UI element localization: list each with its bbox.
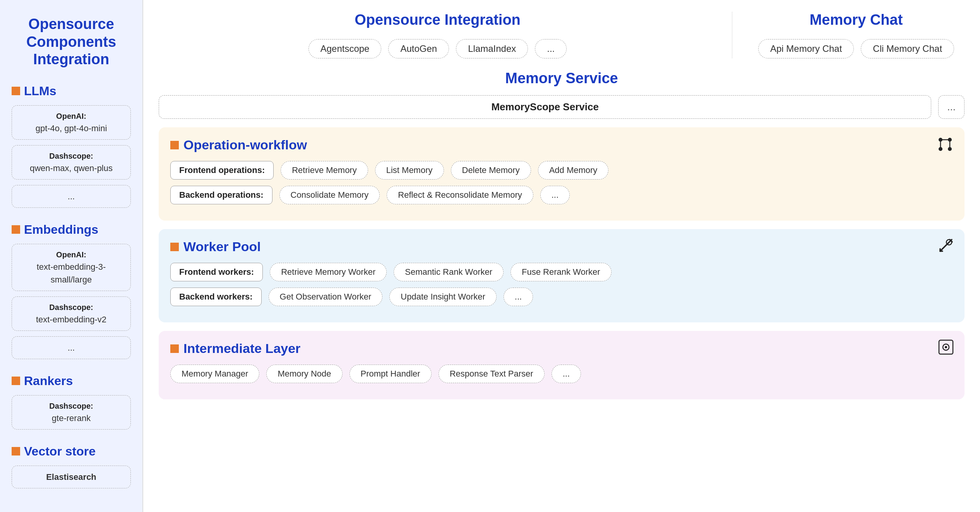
embeddings-heading: Embeddings <box>12 223 131 237</box>
rankers-section: Rankers Dashscope: gte-rerank <box>12 374 131 430</box>
memory-service-title: Memory Service <box>159 70 965 87</box>
emb-more-box: ... <box>12 336 131 359</box>
pill-api-memory-chat[interactable]: Api Memory Chat <box>758 39 854 58</box>
intermediate-items-row: Memory Manager Memory Node Prompt Handle… <box>170 365 953 383</box>
frontend-workers-row: Frontend workers: Retrieve Memory Worker… <box>170 263 953 281</box>
pill-add-memory[interactable]: Add Memory <box>538 161 609 180</box>
memoryscope-more-btn[interactable]: ... <box>938 95 965 119</box>
worker-pool-icon <box>170 243 179 251</box>
frontend-ops-label: Frontend operations: <box>170 161 274 180</box>
memory-chat-pills-row: Api Memory Chat Cli Memory Chat <box>748 39 965 58</box>
pill-get-observation-worker[interactable]: Get Observation Worker <box>269 288 383 306</box>
worker-pool-wrench-icon[interactable] <box>938 238 954 257</box>
backend-ops-label: Backend operations: <box>170 186 272 204</box>
backend-ops-row: Backend operations: Consolidate Memory R… <box>170 186 953 204</box>
pill-backend-more[interactable]: ... <box>540 186 570 204</box>
pill-memory-manager[interactable]: Memory Manager <box>170 365 259 383</box>
llm-more-box: ... <box>12 185 131 208</box>
intermediate-layer-target-icon[interactable] <box>938 339 954 358</box>
llms-section: LLMs OpenAI: gpt-4o, gpt-4o-mini Dashsco… <box>12 84 131 208</box>
opensource-integration: Opensource Integration Agentscope AutoGe… <box>159 12 732 58</box>
ranker-dashscope-box: Dashscope: gte-rerank <box>12 395 131 430</box>
intermediate-layer-icon <box>170 344 179 353</box>
workflow-nodes-icon[interactable] <box>937 136 954 156</box>
operation-workflow-section: Operation-workflow Frontend operations: … <box>159 127 965 221</box>
pill-response-text-parser[interactable]: Response Text Parser <box>439 365 545 383</box>
opensource-pills-row: Agentscope AutoGen LlamaIndex ... <box>159 39 716 58</box>
emb-openai-box: OpenAI: text-embedding-3-small/large <box>12 244 131 291</box>
pill-agentscope[interactable]: Agentscope <box>308 39 382 58</box>
memoryscope-service-row: MemoryScope Service ... <box>159 95 965 119</box>
rankers-icon <box>12 377 20 385</box>
llm-openai-box: OpenAI: gpt-4o, gpt-4o-mini <box>12 105 131 140</box>
vector-store-section: Vector store Elastisearch <box>12 444 131 488</box>
emb-dashscope-box: Dashscope: text-embedding-v2 <box>12 296 131 331</box>
vector-store-box: Elastisearch <box>12 466 131 488</box>
opensource-integration-title: Opensource Integration <box>159 12 716 28</box>
pill-memory-node[interactable]: Memory Node <box>266 365 342 383</box>
frontend-workers-label: Frontend workers: <box>170 263 263 281</box>
memory-chat-title: Memory Chat <box>748 12 965 28</box>
top-row: Opensource Integration Agentscope AutoGe… <box>159 12 965 58</box>
pill-prompt-handler[interactable]: Prompt Handler <box>350 365 432 383</box>
pill-delete-memory[interactable]: Delete Memory <box>451 161 531 180</box>
pill-reflect-reconsolidate[interactable]: Reflect & Reconsolidate Memory <box>387 186 533 204</box>
pill-intermediate-more[interactable]: ... <box>552 365 581 383</box>
worker-pool-heading: Worker Pool <box>170 239 953 254</box>
main-area: Opensource Integration Agentscope AutoGe… <box>143 0 980 512</box>
rankers-heading: Rankers <box>12 374 131 388</box>
pill-more-integrations[interactable]: ... <box>535 39 567 58</box>
embeddings-section: Embeddings OpenAI: text-embedding-3-smal… <box>12 223 131 359</box>
operation-workflow-heading: Operation-workflow <box>170 137 953 152</box>
llm-dashscope-box: Dashscope: qwen-max, qwen-plus <box>12 145 131 180</box>
left-panel: Opensource Components Integration LLMs O… <box>0 0 143 512</box>
backend-workers-label: Backend workers: <box>170 288 262 306</box>
pill-fuse-rerank-worker[interactable]: Fuse Rerank Worker <box>511 263 612 281</box>
pill-consolidate-memory[interactable]: Consolidate Memory <box>279 186 380 204</box>
operation-workflow-icon <box>170 141 179 149</box>
llms-heading: LLMs <box>12 84 131 98</box>
svg-line-7 <box>940 243 948 251</box>
worker-pool-section: Worker Pool Frontend workers: Retrieve M… <box>159 229 965 322</box>
svg-point-15 <box>945 346 947 348</box>
pill-autogen[interactable]: AutoGen <box>388 39 449 58</box>
pill-semantic-rank-worker[interactable]: Semantic Rank Worker <box>394 263 504 281</box>
memory-chat: Memory Chat Api Memory Chat Cli Memory C… <box>732 12 965 58</box>
memoryscope-service-box: MemoryScope Service <box>159 95 931 119</box>
intermediate-layer-section: Intermediate Layer Memory Manager Memory… <box>159 331 965 399</box>
pill-llamaindex[interactable]: LlamaIndex <box>456 39 528 58</box>
pill-list-memory[interactable]: List Memory <box>375 161 444 180</box>
backend-workers-row: Backend workers: Get Observation Worker … <box>170 288 953 306</box>
pill-cli-memory-chat[interactable]: Cli Memory Chat <box>861 39 954 58</box>
llms-icon <box>12 87 20 95</box>
pill-retrieve-memory[interactable]: Retrieve Memory <box>281 161 368 180</box>
frontend-ops-row: Frontend operations: Retrieve Memory Lis… <box>170 161 953 180</box>
pill-update-insight-worker[interactable]: Update Insight Worker <box>389 288 496 306</box>
vector-store-heading: Vector store <box>12 444 131 459</box>
pill-retrieve-memory-worker[interactable]: Retrieve Memory Worker <box>270 263 387 281</box>
embeddings-icon <box>12 225 20 234</box>
left-panel-title: Opensource Components Integration <box>12 15 131 68</box>
vector-store-icon <box>12 447 20 455</box>
intermediate-layer-heading: Intermediate Layer <box>170 341 953 356</box>
pill-backend-workers-more[interactable]: ... <box>504 288 533 306</box>
memory-service-section: Memory Service MemoryScope Service ... O… <box>159 70 965 399</box>
